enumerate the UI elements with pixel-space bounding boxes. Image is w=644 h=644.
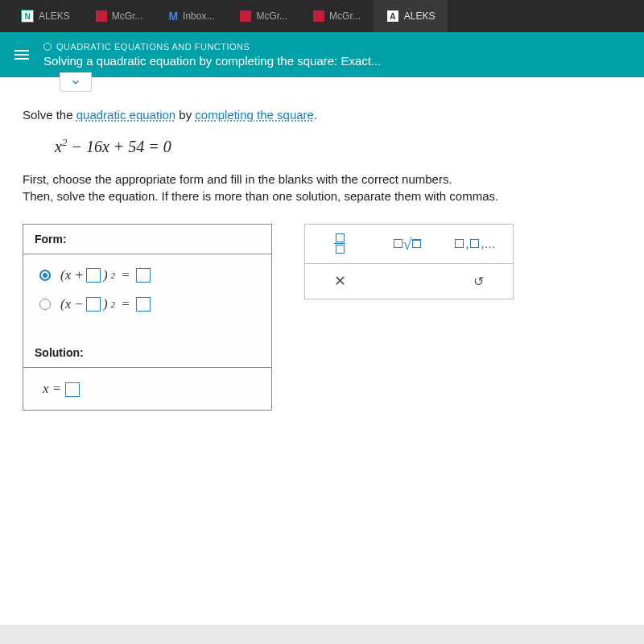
tab-mcgr-2[interactable]: McGr... xyxy=(227,0,300,32)
form-option-plus[interactable]: (x + )2 = xyxy=(39,267,255,283)
solution-row: x = xyxy=(23,368,271,410)
tab-label: McGr... xyxy=(329,10,361,22)
page-title: Solving a quadratic equation by completi… xyxy=(43,54,630,68)
expr-minus: (x − )2 = xyxy=(60,296,151,312)
expr-plus: (x + )2 = xyxy=(60,267,151,283)
gmail-m-icon: M xyxy=(168,10,178,23)
tab-label: McGr... xyxy=(112,10,143,22)
tab-label: ALEKS xyxy=(39,10,70,22)
radio-selected-icon xyxy=(39,270,51,281)
math-palette: √ ,,... ✕ ↺ xyxy=(304,224,514,299)
aleks-n-icon: N xyxy=(21,10,34,23)
blank-input[interactable] xyxy=(136,297,151,312)
blank-input[interactable] xyxy=(86,268,101,283)
instruction-line-1: Solve the quadratic equation by completi… xyxy=(23,108,621,122)
undo-icon: ↺ xyxy=(473,274,484,289)
fraction-icon xyxy=(334,233,345,254)
clear-button[interactable]: ✕ xyxy=(320,269,360,293)
blank-input[interactable] xyxy=(86,297,101,312)
tab-label: McGr... xyxy=(256,10,287,22)
comma-list-icon: ,,... xyxy=(455,237,495,251)
form-option-minus[interactable]: (x − )2 = xyxy=(39,296,255,312)
tab-mcgr-3[interactable]: McGr... xyxy=(300,0,374,32)
chevron-down-icon xyxy=(70,76,81,88)
tab-label: ALEKS xyxy=(404,10,436,22)
aleks-a-icon: A xyxy=(386,10,399,23)
tab-mcgr-1[interactable]: McGr... xyxy=(83,0,156,32)
tab-inbox[interactable]: M Inbox... xyxy=(155,0,227,32)
form-label: Form: xyxy=(23,225,271,254)
mcgraw-icon xyxy=(313,10,324,22)
solution-blank-input[interactable] xyxy=(65,382,80,397)
term-completing-square[interactable]: completing the square xyxy=(195,108,314,122)
radio-unselected-icon xyxy=(39,299,51,310)
content-area: Solve the quadratic equation by completi… xyxy=(0,77,644,625)
tab-label: Inbox... xyxy=(183,10,214,22)
mcgraw-icon xyxy=(240,10,251,22)
sqrt-button[interactable]: √ xyxy=(387,232,427,256)
topic-header: QUADRATIC EQUATIONS AND FUNCTIONS Solvin… xyxy=(0,32,644,77)
sqrt-icon: √ xyxy=(394,239,422,248)
instruction-block-2: First, choose the appropriate form and f… xyxy=(23,171,621,204)
term-quadratic-equation[interactable]: quadratic equation xyxy=(76,108,175,122)
list-button[interactable]: ,,... xyxy=(455,232,495,256)
expand-chevron-button[interactable] xyxy=(60,72,92,92)
x-icon: ✕ xyxy=(334,272,346,290)
browser-tabs-bar: N ALEKS McGr... M Inbox... McGr... McGr.… xyxy=(0,0,644,32)
breadcrumb: QUADRATIC EQUATIONS AND FUNCTIONS xyxy=(43,42,630,52)
mcgraw-icon xyxy=(96,10,107,22)
undo-button[interactable]: ↺ xyxy=(458,269,498,293)
menu-icon[interactable] xyxy=(14,50,29,60)
answer-box: Form: (x + )2 = (x − )2 = Solution: x xyxy=(23,224,272,411)
fraction-button[interactable] xyxy=(320,232,360,256)
tab-aleks-2[interactable]: A ALEKS xyxy=(374,0,448,32)
blank-input[interactable] xyxy=(136,268,151,283)
tab-aleks-1[interactable]: N ALEKS xyxy=(8,0,83,32)
breadcrumb-circle-icon xyxy=(43,43,52,51)
solution-label: Solution: xyxy=(23,338,271,368)
equation-display: x2 − 16x + 54 = 0 xyxy=(55,136,621,156)
